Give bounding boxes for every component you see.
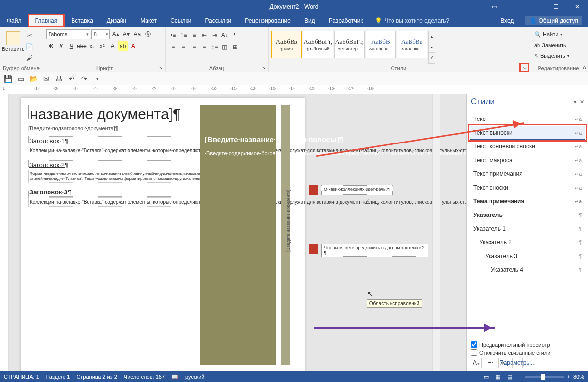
indent-icon[interactable]: ⇥ [210, 30, 220, 40]
highlight-icon[interactable]: ab [118, 41, 128, 51]
login-link[interactable]: Вход [494, 14, 519, 27]
style-list-item[interactable]: Текст примечания↵a [470, 167, 585, 181]
gallery-up-icon[interactable]: ▴ [429, 31, 435, 42]
clear-format-icon[interactable]: Ⓐ [143, 29, 153, 39]
preview-checkbox[interactable]: Предварительный просмотр [471, 341, 584, 348]
sidebar-textbox[interactable]: [Введите·название·боковой·полосы]¶ ·Введ… [200, 105, 276, 365]
style-list-item[interactable]: Текст концевой сноски↵a [470, 140, 585, 153]
status-words[interactable]: Число слов: 167 [124, 374, 165, 380]
tab-insert[interactable]: Вставка [64, 14, 100, 27]
style-list-item[interactable]: Текст выноски↵a [470, 126, 585, 140]
align-center-icon[interactable]: ≡ [179, 42, 189, 52]
tab-layout[interactable]: Макет [133, 14, 164, 27]
find-button[interactable]: 🔍Найти▾ [532, 29, 585, 39]
collapse-ribbon-icon[interactable]: ᐱ [583, 65, 586, 70]
tab-home[interactable]: Главная [28, 14, 65, 27]
options-link[interactable]: Параметры... [512, 358, 523, 368]
status-language[interactable]: русский [185, 374, 204, 380]
tab-view[interactable]: Вид [297, 14, 322, 27]
comment[interactable]: Что·вы·можете·предложить·в·данном·контек… [309, 244, 428, 257]
qat-more-icon[interactable]: ▾ [92, 74, 102, 84]
font-color-icon[interactable]: A [128, 41, 138, 51]
redo-icon[interactable]: ↷ [79, 74, 89, 84]
cut-icon[interactable]: ✂ [24, 30, 34, 40]
tell-me[interactable]: 💡Что вы хотите сделать? [370, 14, 455, 27]
replace-button[interactable]: abЗаменить [532, 40, 585, 50]
save-icon[interactable]: 💾 [3, 74, 13, 84]
borders-icon[interactable]: ⊞ [230, 42, 240, 52]
style-item[interactable]: АаБбВв¶ Имя [271, 31, 302, 58]
select-button[interactable]: ↖Выделить▾ [532, 51, 585, 61]
style-list-item[interactable]: Указатель 3¶ [470, 249, 585, 263]
heading-3[interactable]: Заголовок·3¶ [28, 188, 195, 197]
strike-button[interactable]: abc [77, 41, 87, 51]
heading-1[interactable]: Заголовок·1¶ [28, 136, 195, 145]
para-launcher-icon[interactable]: ↘ [260, 64, 267, 71]
change-case-icon[interactable]: Aa [132, 29, 142, 39]
bullets-icon[interactable]: •≡ [169, 30, 178, 40]
zoom-in-icon[interactable]: + [567, 374, 570, 380]
undo-icon[interactable]: ↶ [67, 74, 76, 84]
style-list-item[interactable]: Текст↵a [470, 112, 585, 126]
style-item[interactable]: АаБбВвГг,Без интер... [334, 31, 365, 58]
style-inspector-icon[interactable]: ᠁ [485, 358, 495, 368]
style-list-item[interactable]: Текст макроса↵a [470, 153, 585, 167]
bold-button[interactable]: Ж [46, 41, 56, 51]
multilevel-icon[interactable]: ≡ [189, 30, 199, 40]
text-effects-icon[interactable]: A [108, 41, 118, 51]
vertical-scrollbar[interactable] [432, 94, 440, 371]
styles-launcher-icon[interactable]: ↘ [521, 64, 528, 71]
horizontal-ruler[interactable]: L ·1··2··3··4··5··6··7··8··9··10··11··12… [0, 85, 588, 94]
tab-mailings[interactable]: Рассылки [198, 14, 238, 27]
sort-icon[interactable]: A↓ [220, 30, 230, 40]
view-print-icon[interactable]: ▦ [495, 374, 500, 380]
zoom-slider[interactable] [525, 376, 564, 378]
line-spacing-icon[interactable]: ‡≡ [210, 42, 220, 52]
paragraph[interactable]: Коллекции·на·вкладке·"Вставка"·содержат·… [28, 197, 195, 207]
underline-button[interactable]: Ч [67, 41, 76, 51]
copy-icon[interactable]: 📄 [24, 42, 34, 51]
font-launcher-icon[interactable]: ↘ [157, 64, 164, 71]
gallery-down-icon[interactable]: ▾ [429, 42, 435, 53]
open-icon[interactable]: 📂 [28, 74, 38, 84]
vertical-ruler[interactable] [0, 94, 9, 371]
subscript-button[interactable]: x₂ [87, 41, 97, 51]
style-list-item[interactable]: Указатель 1¶ [470, 222, 585, 236]
print-preview-icon[interactable]: 🖶 [54, 74, 64, 84]
zoom-level[interactable]: 80% [573, 374, 584, 380]
status-section[interactable]: Раздел: 1 [46, 374, 70, 380]
comment[interactable]: О·каких·коллекциях·идет·речь?¶ [309, 185, 428, 195]
view-web-icon[interactable]: ▤ [507, 374, 512, 380]
gallery-more-icon[interactable]: ⊻ [429, 53, 435, 64]
font-name-combo[interactable]: Tahoma [46, 29, 90, 39]
status-pageof[interactable]: Страница 2 из 2 [76, 374, 117, 380]
ribbon-options-icon[interactable]: ▭ [487, 0, 502, 14]
mail-icon[interactable]: ✉ [41, 74, 51, 84]
style-list-item[interactable]: Указатель¶ [470, 208, 585, 222]
maximize-icon[interactable]: ☐ [545, 0, 566, 14]
view-read-icon[interactable]: ▭ [484, 374, 489, 380]
tab-file[interactable]: Файл [0, 14, 28, 27]
justify-icon[interactable]: ≡ [199, 42, 209, 52]
align-left-icon[interactable]: ≡ [169, 42, 178, 52]
tab-review[interactable]: Рецензирование [238, 14, 297, 27]
paste-button[interactable]: Вставить [3, 29, 24, 64]
tab-developer[interactable]: Разработчик [322, 14, 370, 27]
italic-button[interactable]: К [56, 41, 66, 51]
spellcheck-icon[interactable]: 📖 [172, 374, 178, 380]
status-page[interactable]: СТРАНИЦА: 1 [4, 374, 39, 380]
format-painter-icon[interactable]: 🖌 [24, 53, 34, 63]
style-list-item[interactable]: Указатель 2¶ [470, 236, 585, 249]
superscript-button[interactable]: x² [98, 41, 107, 51]
new-style-icon[interactable]: A₊ [471, 358, 482, 368]
clipboard-launcher-icon[interactable]: ↘ [35, 64, 42, 71]
minimize-icon[interactable]: ─ [523, 0, 545, 14]
align-right-icon[interactable]: ≡ [189, 42, 199, 52]
style-list-item[interactable]: Указатель 4¶ [470, 263, 585, 277]
tab-design[interactable]: Дизайн [100, 14, 133, 27]
style-list-item[interactable]: Текст сноски↵a [470, 181, 585, 194]
numbering-icon[interactable]: 1≡ [179, 30, 189, 40]
doc-subtitle[interactable]: [Введите·подзаголовок·документа]¶ [28, 125, 195, 131]
pane-dropdown-icon[interactable]: ▾ [574, 99, 577, 105]
style-item[interactable]: АаБбВЗаголово... [366, 31, 396, 58]
